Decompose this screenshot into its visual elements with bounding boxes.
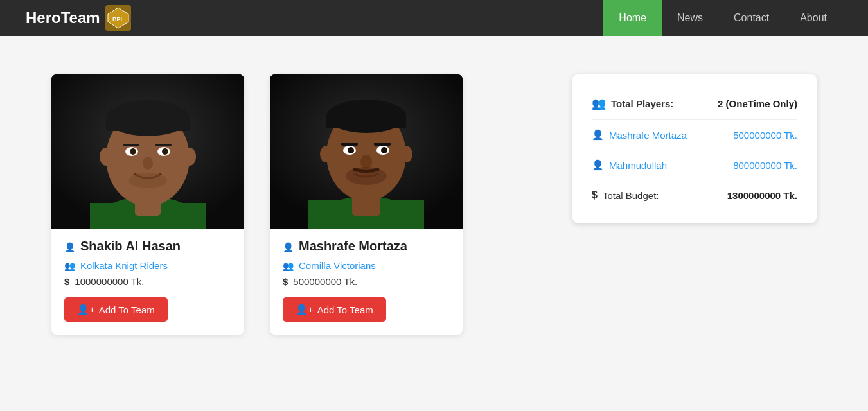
summary-total-row: $ Total Budget: 1300000000 Tk. — [592, 180, 797, 207]
player-card-mashrafe: Mashrafe Mortaza Comilla Victorians 5000… — [270, 74, 463, 335]
navbar: HeroTeam BPL Home News Contact About — [0, 0, 868, 36]
total-budget-label: $ Total Budget: — [592, 189, 659, 201]
team-summary-panel: 👥 Total Players: 2 (OneTime Only) 👤 Mash… — [572, 74, 817, 223]
summary-player1-row: 👤 Mashrafe Mortaza 500000000 Tk. — [592, 123, 797, 147]
player-image-mashrafe — [270, 74, 463, 229]
team-icon-shakib — [64, 260, 75, 271]
user-icon-mashrafe — [283, 239, 294, 254]
nav-news[interactable]: News — [662, 0, 718, 36]
add-to-team-button-shakib[interactable]: 👤+ Add To Team — [64, 297, 168, 322]
player-card-body-shakib: Shakib Al Hasan Kolkata Knigt Riders 100… — [51, 229, 244, 335]
summary-player1-name-label: 👤 Mashrafe Mortaza — [592, 129, 687, 141]
player-team-shakib: Kolkata Knigt Riders — [64, 260, 231, 271]
svg-rect-10 — [106, 118, 190, 131]
summary-player2-name-label: 👤 Mahmudullah — [592, 159, 667, 171]
player-card-body-mashrafe: Mashrafe Mortaza Comilla Victorians 5000… — [270, 229, 463, 335]
main-content: Shakib Al Hasan Kolkata Knigt Riders 100… — [0, 36, 868, 360]
svg-point-18 — [100, 148, 112, 166]
brand: HeroTeam BPL — [26, 5, 131, 31]
total-players-label: 👥 Total Players: — [592, 96, 673, 110]
nav-home[interactable]: Home — [603, 0, 662, 36]
brand-logo: BPL — [105, 5, 131, 31]
user-icon-sp2: 👤 — [592, 159, 604, 171]
svg-point-19 — [183, 148, 196, 166]
summary-player2-price: 800000000 Tk. — [733, 160, 797, 171]
player-name-shakib: Shakib Al Hasan — [64, 239, 231, 254]
nav-contact[interactable]: Contact — [718, 0, 784, 36]
dollar-icon-shakib — [64, 276, 69, 287]
player-card-shakib: Shakib Al Hasan Kolkata Knigt Riders 100… — [51, 74, 244, 335]
summary-divider-1 — [592, 150, 797, 150]
svg-rect-36 — [374, 143, 391, 146]
user-icon-shakib — [64, 239, 75, 254]
add-user-icon-mashrafe: 👤+ — [296, 304, 314, 315]
summary-header-row: 👥 Total Players: 2 (OneTime Only) — [592, 90, 797, 120]
svg-rect-35 — [341, 143, 358, 146]
svg-point-20 — [128, 173, 167, 188]
svg-rect-16 — [155, 144, 172, 146]
svg-rect-28 — [326, 116, 406, 128]
add-user-icon-shakib: 👤+ — [77, 304, 95, 315]
player-team-mashrafe: Comilla Victorians — [283, 260, 450, 271]
svg-rect-15 — [123, 144, 139, 146]
brand-text: HeroTeam — [26, 9, 100, 27]
user-icon-sp1: 👤 — [592, 129, 604, 141]
total-players-value: 2 (OneTime Only) — [718, 98, 797, 109]
total-budget-value: 1300000000 Tk. — [727, 190, 797, 201]
dollar-icon-mashrafe — [283, 276, 288, 287]
dollar-icon-summary: $ — [592, 189, 598, 201]
svg-point-29 — [320, 146, 333, 162]
nav-links: Home News Contact About — [603, 0, 842, 36]
nav-about[interactable]: About — [784, 0, 842, 36]
team-icon-mashrafe — [283, 260, 294, 271]
summary-player1-price: 500000000 Tk. — [733, 130, 797, 141]
svg-point-14 — [162, 148, 168, 155]
player-price-shakib: 1000000000 Tk. — [64, 276, 231, 287]
svg-text:BPL: BPL — [112, 16, 125, 22]
summary-player2-row: 👤 Mahmudullah 800000000 Tk. — [592, 153, 797, 177]
users-icon-summary: 👥 — [592, 96, 606, 110]
svg-point-30 — [400, 146, 412, 162]
svg-point-13 — [130, 148, 136, 155]
svg-point-34 — [381, 147, 387, 153]
player-image-shakib — [51, 74, 244, 229]
svg-point-37 — [360, 155, 372, 169]
svg-point-17 — [143, 157, 153, 170]
player-name-mashrafe: Mashrafe Mortaza — [283, 239, 450, 254]
add-to-team-button-mashrafe[interactable]: 👤+ Add To Team — [283, 297, 386, 322]
svg-point-33 — [348, 147, 354, 153]
player-price-mashrafe: 500000000 Tk. — [283, 276, 450, 287]
